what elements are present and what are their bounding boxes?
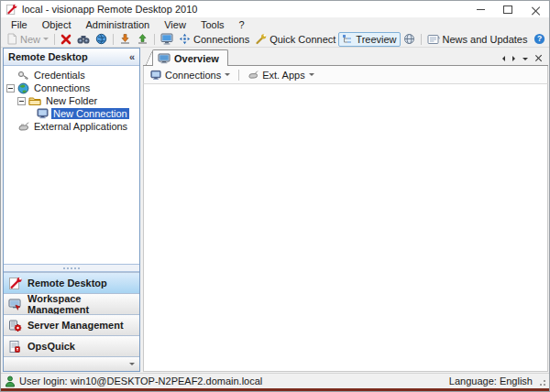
export-button[interactable] [134, 32, 151, 47]
new-button[interactable]: New [4, 32, 51, 47]
globe-icon [95, 33, 107, 45]
remote-desktop-logo-icon [8, 277, 22, 290]
web-globe-icon [403, 33, 415, 45]
collapse-panel-button[interactable]: « [129, 51, 135, 62]
connections-globe-icon [17, 82, 29, 94]
tab-controls [502, 55, 548, 65]
news-and-updates-button[interactable]: News and Updates [424, 32, 531, 47]
workspace-monitor-icon [8, 298, 22, 311]
tab-list-caret-icon[interactable] [522, 58, 528, 60]
minimize-button[interactable] [467, 1, 494, 17]
tree-item-label: New Connection [51, 108, 129, 119]
sidebar-title: Remote Desktop [8, 51, 88, 62]
monitor-icon [160, 33, 173, 45]
statusbar: User login: win10@DESKTOP-N2PEAF2.domain… [1, 373, 549, 391]
nav-remote-desktop-button[interactable]: Remote Desktop [4, 272, 139, 293]
overview-connections-dropdown[interactable]: Connections [147, 70, 234, 81]
tab-label: Overview [174, 53, 219, 64]
menu-object[interactable]: Object [35, 19, 79, 30]
caret-down-icon [43, 38, 49, 43]
expander-minus-icon[interactable] [17, 97, 26, 105]
toolbar-separator [113, 34, 114, 45]
toolbar-separator [54, 34, 55, 45]
ext-apps-icon [248, 70, 258, 80]
overview-ext-apps-dropdown[interactable]: Ext. Apps [244, 70, 317, 81]
tabstrip: Overview [143, 48, 548, 66]
tree-item-credentials[interactable]: Credentials [4, 69, 139, 82]
server-gear-icon [8, 319, 22, 332]
import-button[interactable] [116, 32, 134, 47]
scroll-tabs-left-icon[interactable] [502, 56, 505, 61]
tree-item-label: External Applications [32, 121, 129, 132]
toolbar-separator [421, 34, 422, 45]
opsquick-list-icon [8, 340, 22, 354]
treeview-icon [342, 34, 353, 45]
sidebar-header: Remote Desktop « [4, 49, 139, 66]
help-icon: ? [534, 33, 545, 45]
toolbar-separator [238, 70, 239, 81]
close-button[interactable] [522, 1, 549, 17]
scroll-tabs-right-icon[interactable] [512, 56, 515, 61]
folder-icon [28, 95, 41, 106]
user-icon [5, 376, 16, 387]
resize-grip[interactable] [537, 377, 545, 386]
app-window: local - visionapp Remote Desktop 2010 Fi… [0, 0, 550, 392]
tree-item-new-folder[interactable]: New Folder [4, 94, 139, 107]
globe-button[interactable] [93, 32, 110, 47]
export-arrow-icon [137, 33, 148, 45]
external-app-icon [17, 121, 29, 132]
connections-monitor-icon [150, 70, 161, 81]
statusbar-right: Language: English [449, 376, 545, 387]
main-area: Overview Connections [143, 48, 548, 372]
nav-workspace-management-button[interactable]: Workspace Management [4, 293, 139, 314]
configure-buttons-caret-icon[interactable] [129, 363, 135, 368]
connections-button[interactable]: Connections [176, 32, 252, 47]
quick-connect-button[interactable]: Quick Connect [252, 32, 338, 47]
delete-button[interactable] [58, 32, 74, 47]
tree-item-label: New Folder [44, 95, 99, 106]
connect-cross-icon [179, 33, 191, 45]
wrench-icon [255, 33, 267, 45]
caret-down-icon [309, 73, 314, 79]
menu-file[interactable]: File [4, 19, 35, 30]
overview-content [143, 84, 548, 372]
credentials-key-icon [17, 70, 29, 81]
menu-view[interactable]: View [157, 19, 193, 30]
tree-item-external-applications[interactable]: External Applications [4, 120, 139, 133]
window-title: local - visionapp Remote Desktop 2010 [22, 4, 197, 15]
menu-administration[interactable]: Administration [79, 19, 158, 30]
tab-overview[interactable]: Overview [152, 49, 228, 66]
web-access-button[interactable] [401, 32, 418, 47]
find-button[interactable] [74, 32, 93, 47]
content-area: Remote Desktop « Credentials Connections [1, 48, 549, 373]
nav-opsquick-button[interactable]: OpsQuick [4, 335, 139, 356]
svg-text:?: ? [536, 34, 541, 43]
nav-button-label: Workspace Management [28, 293, 135, 315]
close-tab-icon[interactable] [535, 55, 542, 61]
maximize-button[interactable] [494, 1, 522, 17]
delete-x-icon [60, 34, 72, 45]
treeview-toggle-button[interactable]: Treeview [338, 32, 400, 47]
sidebar-splitter-handle[interactable] [4, 264, 139, 272]
nav-configure-strip [4, 356, 139, 371]
menu-help[interactable]: ? [232, 19, 252, 30]
connection-monitor-icon [37, 108, 49, 119]
tree-item-connections[interactable]: Connections [4, 82, 139, 94]
tree-item-label: Connections [32, 82, 92, 93]
overview-monitor-icon [158, 53, 170, 64]
nav-server-management-button[interactable]: Server Management [4, 314, 139, 335]
monitor-button[interactable] [158, 32, 176, 47]
menubar: File Object Administration View Tools ? [1, 17, 549, 31]
language-text: Language: English [449, 376, 533, 387]
overview-toolbar: Connections Ext. Apps [143, 66, 548, 84]
window-controls [467, 1, 549, 17]
menu-tools[interactable]: Tools [193, 19, 232, 30]
newspaper-icon [427, 34, 440, 45]
nav-button-label: Server Management [28, 320, 124, 331]
app-logo-icon [6, 4, 17, 16]
help-button[interactable]: ? [531, 32, 548, 47]
nav-button-label: OpsQuick [28, 341, 75, 352]
tree-item-label: Credentials [32, 70, 87, 81]
tree-item-new-connection[interactable]: New Connection [4, 107, 139, 120]
expander-minus-icon[interactable] [6, 84, 15, 93]
